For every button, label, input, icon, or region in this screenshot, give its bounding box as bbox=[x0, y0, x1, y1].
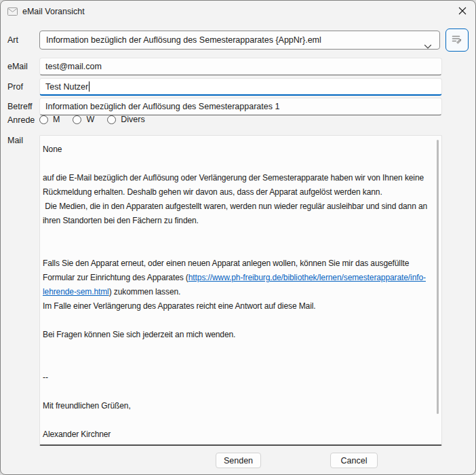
close-button[interactable] bbox=[452, 2, 473, 21]
radio-icon bbox=[39, 115, 48, 124]
radio-option-w[interactable]: W bbox=[73, 115, 94, 124]
radio-icon bbox=[73, 115, 81, 124]
anrede-radio-group: M W Divers bbox=[39, 113, 158, 126]
email-input[interactable]: test@mail.com bbox=[39, 58, 442, 75]
envelope-icon bbox=[7, 7, 18, 19]
mail-text-before-link: None auf die E-Mail bezüglich der Auflös… bbox=[43, 145, 429, 282]
art-template-value: Information bezüglich der Auflösung des … bbox=[46, 35, 321, 45]
prof-label: Prof bbox=[7, 82, 23, 92]
anrede-label: Anrede bbox=[7, 115, 35, 125]
radio-option-divers[interactable]: Divers bbox=[107, 115, 144, 124]
mail-label: Mail bbox=[7, 136, 23, 145]
cancel-button[interactable]: Cancel bbox=[330, 453, 378, 468]
art-template-select[interactable]: Information bezüglich der Auflösung des … bbox=[39, 31, 440, 50]
radio-icon bbox=[107, 115, 116, 124]
titlebar: eMail Voransicht bbox=[1, 1, 475, 22]
window-title: eMail Voransicht bbox=[22, 1, 85, 22]
betreff-label: Betreff bbox=[7, 102, 33, 111]
email-value: test@mail.com bbox=[45, 62, 102, 71]
text-cursor bbox=[89, 81, 90, 92]
radio-option-m[interactable]: M bbox=[39, 115, 60, 124]
prof-input[interactable]: Test Nutzer bbox=[39, 78, 442, 96]
art-label: Art bbox=[7, 35, 18, 45]
chevron-down-icon bbox=[424, 38, 432, 50]
email-label: eMail bbox=[7, 62, 28, 71]
edit-note-icon bbox=[450, 33, 464, 48]
mail-text-after-link: ) zukommen lassen. Im Falle einer Verlän… bbox=[43, 287, 316, 439]
senden-button[interactable]: Senden bbox=[216, 453, 261, 468]
betreff-value: Information bezüglich der Auflösung des … bbox=[45, 102, 279, 111]
email-preview-dialog: eMail Voransicht Art Information bezügli… bbox=[0, 0, 476, 475]
close-icon bbox=[458, 7, 467, 17]
scrollbar-thumb[interactable] bbox=[437, 140, 439, 414]
mail-body-textarea[interactable]: None auf die E-Mail bezüglich der Auflös… bbox=[39, 135, 442, 446]
edit-template-button[interactable] bbox=[445, 28, 469, 52]
prof-value: Test Nutzer bbox=[45, 82, 88, 92]
mail-body-text: None auf die E-Mail bezüglich der Auflös… bbox=[40, 136, 439, 446]
